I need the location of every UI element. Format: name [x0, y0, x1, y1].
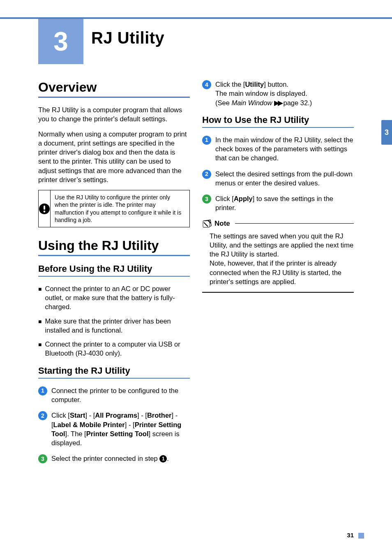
howto-heading: How to Use the RJ Utility [202, 115, 354, 125]
caution-icon-cell [39, 190, 51, 227]
before-heading: Before Using the RJ Utility [38, 264, 190, 274]
t: Click the [ [215, 81, 245, 88]
bullet-text: Connect the printer to an AC or DC power… [45, 284, 190, 312]
step-item: 1 In the main window of the RJ Utility, … [202, 135, 354, 163]
step-item: 2 Select the desired settings from the p… [202, 169, 354, 188]
step-ref-icon: 1 [159, 455, 167, 462]
overview-para-2: Normally when using a computer program t… [38, 130, 190, 185]
step-item: 2 Click [Start] - [All Programs] - [Brot… [38, 411, 190, 447]
step-number-icon: 1 [38, 386, 47, 395]
step-item: 4 Click the [Utility] button. The main w… [202, 80, 354, 107]
rule-sub [38, 378, 190, 379]
t: Select the printer connected in step [51, 455, 159, 462]
page-corner-block [358, 533, 364, 539]
step-text: In the main window of the RJ Utility, se… [215, 135, 354, 163]
step-number-icon: 1 [202, 136, 211, 145]
chapter-number: 3 [53, 26, 68, 57]
step-text: Connect the printer to be configured to … [51, 386, 190, 405]
t: ] button. [264, 81, 288, 88]
bullet-text: Connect the printer to a computer via US… [45, 340, 190, 358]
step-text: Select the printer connected in step 1. [51, 454, 169, 463]
svg-rect-3 [203, 221, 210, 227]
before-bullet-list: ■ Connect the printer to an AC or DC pow… [38, 284, 190, 358]
bullet-item: ■ Connect the printer to a computer via … [38, 340, 190, 358]
rule [38, 255, 190, 256]
step-number-icon: 2 [38, 411, 47, 420]
bullet-marker: ■ [38, 284, 42, 312]
arrows-icon: ▶▶ [274, 99, 281, 106]
note-header-line [235, 223, 354, 224]
chapter-tab: 3 [38, 19, 83, 64]
step-text: Click [Apply] to save the settings in th… [215, 194, 354, 213]
t: page 32.) [281, 99, 312, 106]
t: Click [ [215, 195, 234, 202]
rule [38, 97, 190, 98]
t: ] - [ [125, 421, 135, 428]
bold: Utility [245, 81, 264, 88]
step-number-icon: 4 [202, 80, 211, 89]
side-page-tab: 3 [381, 120, 392, 145]
note-body: The settings are saved when you quit the… [210, 231, 354, 287]
bold: Brother [147, 412, 172, 419]
bold: Label & Mobile Printer [53, 421, 125, 428]
t: The main window is displayed. [215, 90, 307, 97]
svg-rect-1 [44, 206, 45, 210]
rule-sub [38, 276, 190, 277]
note-close-line [202, 292, 354, 293]
t: ] - [ [85, 412, 95, 419]
note-header: Note [202, 219, 354, 228]
bullet-marker: ■ [38, 340, 42, 358]
overview-heading: Overview [38, 80, 190, 95]
t: ] - [ [137, 412, 147, 419]
step-text: Click [Start] - [All Programs] - [Brothe… [51, 411, 190, 447]
starting-steps-cont: 4 Click the [Utility] button. The main w… [202, 80, 354, 107]
bullet-marker: ■ [38, 317, 42, 335]
overview-para-1: The RJ Utility is a computer program tha… [38, 105, 190, 124]
bullet-text: Make sure that the printer driver has be… [45, 317, 190, 335]
svg-point-2 [44, 210, 46, 213]
bold: Printer Setting Tool [86, 430, 149, 437]
t: (See [215, 99, 231, 106]
using-heading: Using the RJ Utility [38, 238, 190, 253]
note-label: Note [214, 220, 230, 228]
caution-box: Use the RJ Utility to configure the prin… [38, 190, 190, 227]
content-area: Overview The RJ Utility is a computer pr… [38, 80, 354, 470]
t: Click [ [51, 412, 70, 419]
step-text: Select the desired settings from the pul… [215, 169, 354, 188]
t: . [167, 455, 169, 462]
t: ]. The [ [65, 430, 86, 437]
side-tab-number: 3 [385, 128, 389, 137]
bold: Start [70, 412, 85, 419]
step-item: 3 Select the printer connected in step 1… [38, 454, 190, 463]
starting-steps: 1 Connect the printer to be configured t… [38, 386, 190, 464]
step-text: Click the [Utility] button. The main win… [215, 80, 312, 107]
right-column: 4 Click the [Utility] button. The main w… [202, 80, 354, 470]
bullet-item: ■ Connect the printer to an AC or DC pow… [38, 284, 190, 312]
step-item: 1 Connect the printer to be configured t… [38, 386, 190, 405]
caution-text: Use the RJ Utility to configure the prin… [51, 190, 189, 227]
bold: Apply [234, 195, 253, 202]
italic: Main Window [231, 99, 272, 106]
chapter-title: RJ Utility [91, 29, 164, 47]
rule-sub [202, 127, 354, 128]
starting-heading: Starting the RJ Utility [38, 365, 190, 376]
left-column: Overview The RJ Utility is a computer pr… [38, 80, 190, 470]
bullet-item: ■ Make sure that the printer driver has … [38, 317, 190, 335]
step-item: 3 Click [Apply] to save the settings in … [202, 194, 354, 213]
caution-icon [39, 203, 50, 215]
step-number-icon: 2 [202, 170, 211, 179]
note-icon [202, 219, 212, 228]
howto-steps: 1 In the main window of the RJ Utility, … [202, 135, 354, 213]
bold: All Programs [95, 412, 137, 419]
step-number-icon: 3 [38, 454, 47, 463]
step-number-icon: 3 [202, 194, 211, 204]
page-number: 31 [347, 532, 354, 539]
